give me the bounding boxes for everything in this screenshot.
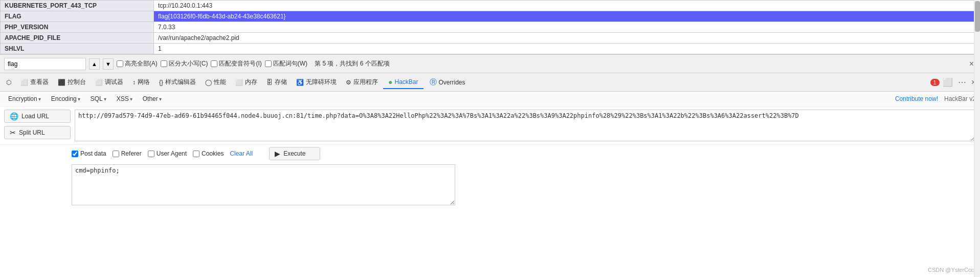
post-data-checkbox-label[interactable]: Post data: [72, 150, 106, 157]
tab-storage[interactable]: 🗄 存储: [262, 76, 291, 89]
hackbar-section: Encryption ▾ Encoding ▾ SQL ▾ XSS ▾ Othe…: [0, 92, 980, 209]
inspector-btn[interactable]: ⬡: [2, 77, 15, 88]
table-row: PHP_VERSION7.0.33: [1, 22, 980, 33]
performance-tab-label: 性能: [214, 78, 226, 87]
tab-accessibility[interactable]: ♿ 无障碍环境: [292, 76, 341, 89]
memory-tab-icon: ⬜: [235, 79, 243, 86]
console-tab-label: 控制台: [68, 78, 86, 87]
url-textarea[interactable]: [75, 110, 976, 141]
menu-other[interactable]: Other ▾: [139, 94, 166, 104]
error-badge: 1: [930, 79, 940, 86]
hackbar-menu: Encryption ▾ Encoding ▾ SQL ▾ XSS ▾ Othe…: [0, 92, 980, 106]
accessibility-tab-icon: ♿: [296, 79, 304, 86]
split-url-icon: ✂: [10, 129, 16, 137]
search-next-btn[interactable]: ▼: [103, 58, 114, 70]
table-cell-key: APACHE_PID_FILE: [1, 33, 154, 44]
highlight-label: 高亮全部(A): [125, 59, 158, 68]
cookies-checkbox[interactable]: [193, 151, 199, 157]
referer-label: Referer: [121, 150, 142, 157]
encoding-arrow: ▾: [78, 96, 80, 102]
tab-overrides[interactable]: Ⓡ Overrides: [425, 76, 471, 89]
tab-debugger[interactable]: ⬜ 调试器: [91, 76, 127, 89]
table-cell-value: flag{103126f0-f6db-443d-ab24-43e38c46362…: [154, 11, 980, 22]
tab-performance[interactable]: ◯ 性能: [201, 76, 230, 89]
clear-all-btn[interactable]: Clear All: [230, 150, 253, 157]
overrides-tab-icon: Ⓡ: [430, 78, 437, 87]
scrollbar[interactable]: [974, 0, 980, 209]
application-tab-label: 应用程序: [353, 78, 378, 87]
post-data-row: Post data Referer User Agent Cookies Cle…: [0, 144, 980, 162]
more-tools-btn[interactable]: ⋯: [956, 76, 968, 88]
post-data-textarea[interactable]: [72, 164, 455, 205]
inspector-icon: ⬡: [6, 79, 11, 86]
tab-console[interactable]: ⬛ 控制台: [54, 76, 90, 89]
table-cell-value: 1: [154, 44, 980, 54]
menu-encoding[interactable]: Encoding ▾: [47, 94, 84, 104]
split-url-label: Split URL: [19, 129, 45, 136]
env-table-section: KUBERNETES_PORT_443_TCPtcp://10.240.0.1:…: [0, 0, 980, 55]
application-tab-icon: ⚙: [346, 79, 351, 86]
tab-style-editor[interactable]: {} 样式编辑器: [155, 76, 200, 89]
menu-xss[interactable]: XSS ▾: [113, 94, 137, 104]
dock-btn[interactable]: ⬜: [941, 76, 955, 88]
table-row: FLAGflag{103126f0-f6db-443d-ab24-43e38c4…: [1, 11, 980, 22]
style-editor-tab-label: 样式编辑器: [165, 78, 196, 87]
hackbar-url-row: 🌐 Load URL ✂ Split URL: [0, 106, 980, 144]
tab-hackbar[interactable]: ● HackBar: [383, 76, 423, 89]
table-cell-key: KUBERNETES_PORT_443_TCP: [1, 1, 154, 11]
tab-application[interactable]: ⚙ 应用程序: [342, 76, 382, 89]
storage-tab-label: 存储: [275, 78, 287, 87]
encryption-label: Encryption: [8, 95, 37, 102]
table-cell-key: PHP_VERSION: [1, 22, 154, 33]
search-option-highlight: 高亮全部(A): [117, 59, 158, 68]
tab-network[interactable]: ↕ 网络: [128, 76, 154, 89]
memory-tab-label: 内存: [245, 78, 257, 87]
load-url-label: Load URL: [21, 113, 49, 120]
hackbar-tab-label: HackBar: [394, 78, 418, 86]
case-checkbox[interactable]: [161, 60, 167, 67]
tab-inspector[interactable]: ⬜ 查看器: [16, 76, 53, 89]
contribute-link[interactable]: Contribute now!: [895, 95, 938, 102]
table-row: SHLVL1: [1, 44, 980, 54]
load-url-btn[interactable]: 🌐 Load URL: [4, 110, 71, 123]
cookies-label: Cookies: [202, 150, 224, 157]
post-data-checkbox[interactable]: [72, 151, 78, 157]
search-option-diacritic: 匹配变音符号(I): [211, 59, 261, 68]
encryption-arrow: ▾: [38, 96, 41, 102]
diacritic-checkbox[interactable]: [211, 60, 217, 67]
diacritic-label: 匹配变音符号(I): [219, 59, 261, 68]
referer-checkbox-label[interactable]: Referer: [113, 150, 142, 157]
post-textarea-row: [0, 162, 980, 209]
word-checkbox[interactable]: [265, 60, 272, 67]
split-url-btn[interactable]: ✂ Split URL: [4, 126, 71, 139]
cookies-checkbox-label[interactable]: Cookies: [193, 150, 224, 157]
user-agent-checkbox-label[interactable]: User Agent: [148, 150, 187, 157]
table-row: APACHE_PID_FILE/var/run/apache2/apache2.…: [1, 33, 980, 44]
menu-sql[interactable]: SQL ▾: [86, 94, 110, 104]
search-input[interactable]: [4, 58, 86, 70]
performance-tab-icon: ◯: [205, 79, 212, 86]
case-label: 区分大小写(C): [169, 59, 208, 68]
inspector-tab-label: 查看器: [30, 78, 49, 87]
sql-arrow: ▾: [104, 96, 106, 102]
search-prev-btn[interactable]: ▲: [89, 58, 100, 70]
search-count: 第 5 项，共找到 6 个匹配项: [315, 59, 390, 68]
debugger-tab-label: 调试器: [105, 78, 123, 87]
other-arrow: ▾: [159, 96, 162, 102]
user-agent-checkbox[interactable]: [148, 151, 154, 157]
storage-tab-icon: 🗄: [266, 79, 273, 86]
highlight-checkbox[interactable]: [117, 60, 123, 67]
menu-encryption[interactable]: Encryption ▾: [4, 94, 45, 104]
post-data-label: Post data: [80, 150, 106, 157]
inspector-tab-icon: ⬜: [20, 79, 28, 86]
tab-memory[interactable]: ⬜ 内存: [231, 76, 261, 89]
xss-label: XSS: [117, 95, 129, 102]
execute-btn[interactable]: ▶ Execute: [269, 147, 320, 160]
table-cell-key: SHLVL: [1, 44, 154, 54]
sql-label: SQL: [91, 95, 103, 102]
accessibility-tab-label: 无障碍环境: [306, 78, 337, 87]
search-bar: ▲ ▼ 高亮全部(A) 区分大小写(C) 匹配变音符号(I) 匹配词句(W) 第…: [0, 55, 980, 73]
referer-checkbox[interactable]: [113, 151, 119, 157]
execute-icon: ▶: [275, 150, 280, 158]
devtools-toolbar: ⬡ ⬜ 查看器 ⬛ 控制台 ⬜ 调试器 ↕ 网络 {} 样式编辑器 ◯ 性能 ⬜…: [0, 73, 980, 92]
